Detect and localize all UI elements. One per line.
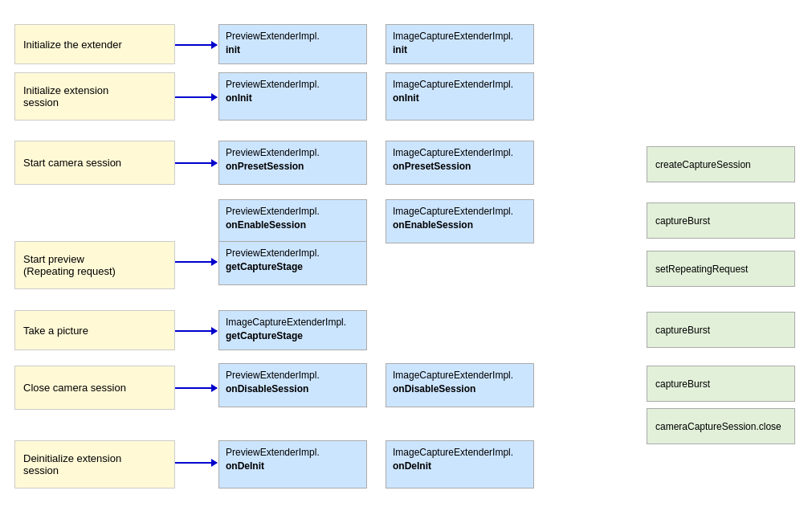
blue-box-preview-onpresetsession: PreviewExtenderImpl. onPresetSession bbox=[218, 141, 367, 185]
green-box-setrepeatingrequest: setRepeatingRequest bbox=[647, 251, 795, 287]
diagram-container: Initialize the extender Initialize exten… bbox=[0, 0, 812, 511]
yellow-box-start-preview: Start preview(Repeating request) bbox=[14, 241, 175, 289]
class-name: PreviewExtenderImpl. bbox=[226, 369, 360, 382]
label-deinitialize-session: Deinitialize extensionsession bbox=[23, 452, 121, 476]
yellow-box-close-camera: Close camera session bbox=[14, 366, 175, 410]
blue-box-preview-getcapturestage: PreviewExtenderImpl. getCaptureStage bbox=[218, 241, 367, 285]
class-name: PreviewExtenderImpl. bbox=[226, 146, 360, 160]
method-name: onPresetSession bbox=[226, 160, 360, 174]
yellow-box-start-camera: Start camera session bbox=[14, 141, 175, 185]
method-name: onDisableSession bbox=[393, 382, 527, 396]
class-name: PreviewExtenderImpl. bbox=[226, 205, 360, 219]
method-name: onInit bbox=[226, 92, 360, 105]
green-box-captureburst-2: captureBurst bbox=[647, 312, 795, 348]
blue-box-preview-init: PreviewExtenderImpl. init bbox=[218, 24, 367, 64]
label-close-camera: Close camera session bbox=[23, 382, 126, 394]
class-name: ImageCaptureExtenderImpl. bbox=[393, 369, 527, 382]
arrow-1 bbox=[175, 44, 217, 46]
label-cameracapturesession-close: cameraCaptureSession.close bbox=[655, 421, 781, 432]
blue-box-imagecapture-ondeinit: ImageCaptureExtenderImpl. onDeInit bbox=[386, 440, 534, 489]
label-captureburst-1: captureBurst bbox=[655, 215, 710, 227]
arrow-2 bbox=[175, 96, 217, 98]
arrow-7 bbox=[175, 462, 217, 464]
blue-box-imagecapture-onpresetsession: ImageCaptureExtenderImpl. onPresetSessio… bbox=[386, 141, 534, 185]
green-box-captureburst-1: captureBurst bbox=[647, 202, 795, 239]
blue-box-imagecapture-ondisablesession: ImageCaptureExtenderImpl. onDisableSessi… bbox=[386, 363, 534, 407]
arrow-4 bbox=[175, 261, 217, 263]
green-box-cameracapturesession-close: cameraCaptureSession.close bbox=[647, 408, 795, 444]
method-name: onDisableSession bbox=[226, 382, 360, 396]
label-take-picture: Take a picture bbox=[23, 325, 88, 337]
method-name: onInit bbox=[393, 92, 527, 105]
yellow-box-deinitialize-session: Deinitialize extensionsession bbox=[14, 440, 175, 489]
label-initialize-session: Initialize extensionsession bbox=[23, 84, 108, 108]
arrow-6 bbox=[175, 387, 217, 389]
class-name: PreviewExtenderImpl. bbox=[226, 247, 360, 260]
method-name: onEnableSession bbox=[393, 219, 527, 232]
class-name: PreviewExtenderImpl. bbox=[226, 30, 360, 43]
label-setrepeatingrequest: setRepeatingRequest bbox=[655, 264, 748, 275]
blue-box-preview-ondisablesession: PreviewExtenderImpl. onDisableSession bbox=[218, 363, 367, 407]
arrow-3 bbox=[175, 162, 217, 164]
method-name: onPresetSession bbox=[393, 160, 527, 174]
class-name: ImageCaptureExtenderImpl. bbox=[226, 316, 360, 329]
class-name: ImageCaptureExtenderImpl. bbox=[393, 205, 527, 219]
method-name: init bbox=[226, 43, 360, 57]
method-name: onEnableSession bbox=[226, 219, 360, 232]
blue-box-preview-ondeinit: PreviewExtenderImpl. onDeInit bbox=[218, 440, 367, 489]
blue-box-imagecapture-onenablesession: ImageCaptureExtenderImpl. onEnableSessio… bbox=[386, 199, 534, 243]
blue-box-imagecapture-oninit: ImageCaptureExtenderImpl. onInit bbox=[386, 72, 534, 121]
method-name: getCaptureStage bbox=[226, 329, 360, 343]
class-name: PreviewExtenderImpl. bbox=[226, 78, 360, 92]
method-name: init bbox=[393, 43, 527, 57]
class-name: ImageCaptureExtenderImpl. bbox=[393, 446, 527, 460]
label-initialize-extender: Initialize the extender bbox=[23, 39, 122, 51]
blue-box-preview-oninit: PreviewExtenderImpl. onInit bbox=[218, 72, 367, 121]
blue-box-imagecapture-getcapturestage: ImageCaptureExtenderImpl. getCaptureStag… bbox=[218, 310, 367, 350]
class-name: PreviewExtenderImpl. bbox=[226, 446, 360, 460]
method-name: onDeInit bbox=[226, 460, 360, 473]
method-name: getCaptureStage bbox=[226, 260, 360, 274]
label-captureburst-3: captureBurst bbox=[655, 378, 710, 390]
class-name: ImageCaptureExtenderImpl. bbox=[393, 146, 527, 160]
green-box-captureburst-3: captureBurst bbox=[647, 366, 795, 402]
class-name: ImageCaptureExtenderImpl. bbox=[393, 78, 527, 92]
label-captureburst-2: captureBurst bbox=[655, 325, 710, 336]
label-createcapturesession: createCaptureSession bbox=[655, 159, 751, 170]
yellow-box-initialize-session: Initialize extensionsession bbox=[14, 72, 175, 121]
class-name: ImageCaptureExtenderImpl. bbox=[393, 30, 527, 43]
blue-box-imagecapture-init: ImageCaptureExtenderImpl. init bbox=[386, 24, 534, 64]
yellow-box-take-picture: Take a picture bbox=[14, 310, 175, 350]
label-start-camera: Start camera session bbox=[23, 157, 121, 169]
blue-box-preview-onenablesession: PreviewExtenderImpl. onEnableSession bbox=[218, 199, 367, 243]
method-name: onDeInit bbox=[393, 460, 527, 473]
green-box-createcapturesession: createCaptureSession bbox=[647, 146, 795, 182]
yellow-box-initialize-extender: Initialize the extender bbox=[14, 24, 175, 64]
arrow-5 bbox=[175, 330, 217, 332]
label-start-preview: Start preview(Repeating request) bbox=[23, 253, 116, 277]
